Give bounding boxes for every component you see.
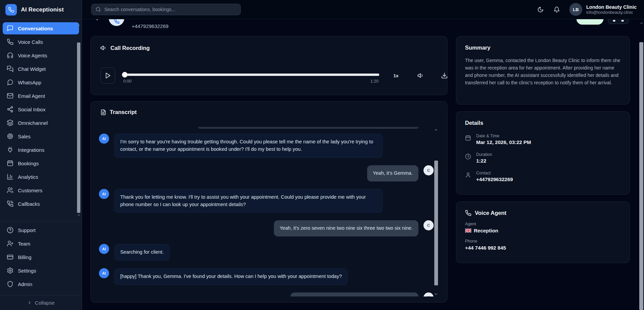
agent-name: Reception — [474, 228, 498, 233]
page-scroll-thumb[interactable] — [639, 42, 643, 310]
back-button[interactable] — [97, 19, 98, 20]
detail-row-date-time: Date & TimeMar 12, 2026, 03:22 PM — [465, 134, 621, 145]
transcript-title: Transcript — [110, 109, 137, 115]
customer-avatar: C — [423, 292, 434, 297]
transcript-scrollbar[interactable] — [434, 128, 438, 296]
customer-message: Yeah, it's Gemma.C — [99, 165, 434, 181]
agent-label: Agent — [465, 222, 621, 226]
ai-message: AISearching for client. — [99, 244, 434, 261]
sidebar-item-chat-widget[interactable]: Chat Widget — [3, 63, 79, 75]
sidebar-item-label: Sales — [18, 134, 31, 139]
action-button-clipped[interactable] — [608, 19, 629, 24]
sidebar-item-settings[interactable]: Settings — [3, 264, 79, 277]
voice-agent-title: Voice Agent — [475, 210, 507, 216]
transcript-scroll-down-icon[interactable] — [434, 292, 438, 296]
sidebar-item-sales[interactable]: Sales — [3, 130, 79, 142]
sidebar-item-integrations[interactable]: Integrations — [3, 144, 79, 156]
sidebar-item-conversations[interactable]: Conversations — [3, 22, 79, 34]
transcript-scroll-thumb[interactable] — [434, 161, 438, 285]
page-scrollbar[interactable] — [639, 19, 644, 310]
transcript-scroll-area[interactable]: AII'm sorry to hear you're having troubl… — [99, 127, 434, 297]
sidebar-item-admin[interactable]: Admin — [3, 278, 79, 290]
detail-value: Mar 12, 2026, 03:22 PM — [476, 139, 531, 145]
uk-flag-icon — [465, 228, 471, 233]
moon-icon — [537, 6, 544, 13]
sidebar-item-billing[interactable]: Billing — [3, 251, 79, 263]
summary-text: The user, Gemma, contacted the London Be… — [465, 57, 621, 86]
sidebar-item-label: Settings — [18, 268, 36, 274]
sidebar-item-label: Social Inbox — [18, 107, 46, 112]
message-bubble: Yeah, it's zero seven nine two nine six … — [274, 220, 418, 236]
sidebar-item-voice-calls[interactable]: Voice Calls — [3, 36, 79, 48]
playback-speed-button[interactable]: 1x — [393, 73, 398, 78]
play-button[interactable] — [100, 67, 115, 84]
user-icon — [465, 172, 471, 178]
account-menu[interactable]: LB London Beauty Clinic info@londonbeaut… — [569, 3, 637, 16]
sidebar-nav-zone: ConversationsVoice CallsVoice AgentsChat… — [0, 19, 82, 220]
status-badge-clipped[interactable] — [576, 19, 603, 25]
sidebar-item-social-inbox[interactable]: Social Inbox — [3, 103, 79, 115]
top-header: LB London Beauty Clinic info@londonbeaut… — [82, 0, 644, 19]
notifications-button[interactable] — [553, 6, 561, 13]
summary-card: Summary The user, Gemma, contacted the L… — [456, 36, 630, 105]
customer-message: Yeah, it's zero seven nine two nine six … — [99, 220, 434, 236]
message-bubble: Searching for client. — [114, 244, 170, 261]
sidebar-scroll-up-icon[interactable] — [77, 23, 81, 27]
file-text-icon — [100, 109, 106, 115]
page-scroll-up-icon[interactable] — [639, 21, 643, 25]
sidebar-item-customers[interactable]: Customers — [3, 184, 79, 196]
download-icon — [441, 72, 448, 79]
ai-message: AII'm sorry to hear you're having troubl… — [99, 134, 434, 158]
sidebar-item-callbacks[interactable]: Callbacks — [3, 198, 79, 210]
seek-handle[interactable] — [122, 72, 128, 78]
transcript-scroll-up-icon[interactable] — [434, 128, 438, 132]
app-root: AI Receptionist ConversationsVoice Calls… — [0, 0, 644, 310]
sidebar-footer-nav: SupportTeamBillingSettingsAdmin — [0, 221, 82, 291]
sidebar-item-label: Analytics — [18, 174, 38, 180]
sidebar-item-bookings[interactable]: Bookings — [3, 157, 79, 169]
speaker-icon — [100, 45, 107, 51]
sidebar-scroll-down-icon[interactable] — [77, 213, 81, 217]
sidebar-item-whatsapp[interactable]: WhatsApp — [3, 76, 79, 88]
ai-message: AI[happy] Thank you, Gemma. I've found y… — [99, 268, 434, 285]
transcript-card: Transcript AII'm sorry to hear you're ha… — [91, 101, 447, 303]
customer-message: Could you let her know that I'm in the r… — [99, 292, 434, 297]
sidebar-scroll-thumb[interactable] — [77, 43, 80, 213]
summary-title: Summary — [465, 45, 621, 51]
message-bubble: Yeah, it's Gemma. — [367, 165, 418, 181]
detail-row-duration: Duration1:22 — [465, 152, 621, 164]
account-email: info@londonbeauty.clinic — [586, 10, 637, 15]
sidebar-item-support[interactable]: Support — [3, 224, 79, 236]
sidebar: AI Receptionist ConversationsVoice Calls… — [0, 0, 82, 310]
search-input[interactable] — [104, 7, 236, 12]
gear-icon — [7, 267, 14, 274]
mail-icon — [7, 92, 14, 99]
sidebar-item-email-agent[interactable]: Email Agent — [3, 90, 79, 102]
voice-agent-card: Voice Agent Agent Reception Phone +44 74… — [456, 201, 630, 263]
audio-player: 0:00 1:20 1x — [100, 67, 438, 84]
conversation-header-clipped: +447929632269 — [82, 19, 639, 36]
seek-bar[interactable] — [123, 74, 379, 76]
volume-button[interactable] — [417, 72, 424, 79]
sidebar-item-team[interactable]: Team — [3, 237, 79, 250]
download-button[interactable] — [441, 72, 448, 79]
help-circle-icon — [7, 227, 14, 233]
sidebar-item-analytics[interactable]: Analytics — [3, 171, 79, 183]
ai-message: AIThank you for letting me know. I'll tr… — [99, 189, 434, 213]
sidebar-item-label: Bookings — [18, 161, 39, 166]
sidebar-collapse-button[interactable]: Collapse — [0, 295, 82, 310]
global-search[interactable] — [91, 4, 241, 15]
app-title: AI Receptionist — [21, 6, 64, 13]
sidebar-item-omnichannel[interactable]: Omnichannel — [3, 117, 79, 129]
sidebar-item-label: WhatsApp — [18, 80, 41, 85]
clock-icon — [465, 153, 471, 160]
ai-avatar: AI — [99, 134, 109, 144]
sidebar-scrollbar[interactable] — [77, 23, 81, 217]
total-time: 1:20 — [370, 79, 379, 84]
account-avatar: LB — [569, 3, 582, 16]
sidebar-item-voice-agents[interactable]: Voice Agents — [3, 49, 79, 61]
message-bubble: I'm sorry to hear you're having trouble … — [114, 134, 383, 158]
sidebar-item-label: Chat Widget — [18, 66, 46, 72]
call-recording-title: Call Recording — [110, 45, 150, 51]
dark-mode-toggle[interactable] — [537, 6, 544, 13]
